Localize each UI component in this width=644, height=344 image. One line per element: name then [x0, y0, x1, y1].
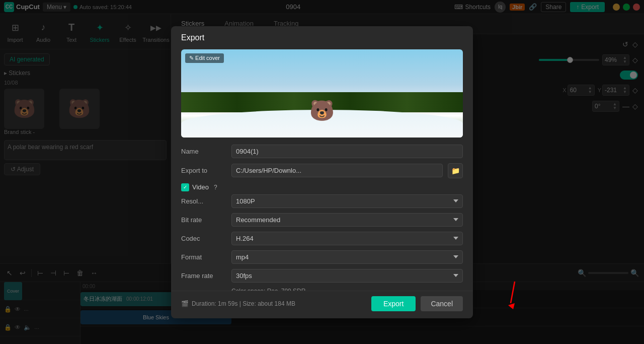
- bitrate-row: Bit rate Recommended Low High: [181, 213, 463, 227]
- svg-line-0: [511, 282, 515, 303]
- codec-select[interactable]: H.264 H.265: [231, 232, 463, 245]
- preview-bear: 🐻: [309, 99, 335, 122]
- dialog-body: 🐻 ✎ Edit cover Name Export to 📁 ✓ Video …: [171, 42, 473, 291]
- name-row: Name: [181, 145, 463, 158]
- codec-row: Codec H.264 H.265: [181, 232, 463, 245]
- dialog-overlay: Export 🐻 ✎ Edit cover Name Export to: [0, 0, 644, 344]
- cancel-button[interactable]: Cancel: [421, 296, 463, 311]
- export-to-row: Export to 📁: [181, 163, 463, 178]
- film-icon: 🎬: [181, 300, 189, 307]
- export-dialog: Export 🐻 ✎ Edit cover Name Export to: [171, 26, 473, 318]
- resolution-row: Resol... 1080P 720P 4K: [181, 194, 463, 208]
- footer-buttons: Export Cancel: [371, 296, 463, 311]
- video-checkbox-row: ✓ Video ?: [181, 183, 463, 191]
- framerate-label: Frame rate: [181, 272, 226, 280]
- codec-label: Codec: [181, 235, 226, 242]
- format-select[interactable]: mp4 mov avi: [231, 250, 463, 264]
- format-label: Format: [181, 253, 226, 261]
- format-row: Format mp4 mov avi: [181, 250, 463, 264]
- resolution-label: Resol...: [181, 197, 226, 205]
- video-checkbox[interactable]: ✓: [181, 183, 189, 191]
- export-to-label: Export to: [181, 167, 226, 174]
- video-question: ?: [214, 184, 217, 191]
- framerate-select[interactable]: 30fps 24fps 60fps: [231, 269, 463, 283]
- svg-marker-1: [508, 303, 515, 309]
- dialog-footer: 🎬 Duration: 1m 59s | Size: about 184 MB …: [171, 291, 473, 318]
- dialog-title: Export: [171, 26, 473, 42]
- export-button[interactable]: Export: [371, 296, 416, 311]
- arrow-indicator: [506, 279, 521, 311]
- bitrate-label: Bit rate: [181, 216, 226, 224]
- video-section-label: Video: [192, 183, 209, 191]
- resolution-select[interactable]: 1080P 720P 4K: [231, 194, 463, 208]
- bitrate-select[interactable]: Recommended Low High: [231, 213, 463, 227]
- framerate-row: Frame rate 30fps 24fps 60fps: [181, 269, 463, 283]
- folder-button[interactable]: 📁: [448, 163, 463, 178]
- edit-cover-button[interactable]: ✎ Edit cover: [185, 53, 224, 63]
- footer-info: 🎬 Duration: 1m 59s | Size: about 184 MB: [181, 300, 295, 307]
- name-label: Name: [181, 148, 226, 155]
- preview-container: 🐻 ✎ Edit cover: [181, 49, 463, 137]
- duration-size-text: Duration: 1m 59s | Size: about 184 MB: [192, 300, 295, 307]
- name-input[interactable]: [231, 145, 463, 158]
- export-path-input[interactable]: [231, 164, 443, 177]
